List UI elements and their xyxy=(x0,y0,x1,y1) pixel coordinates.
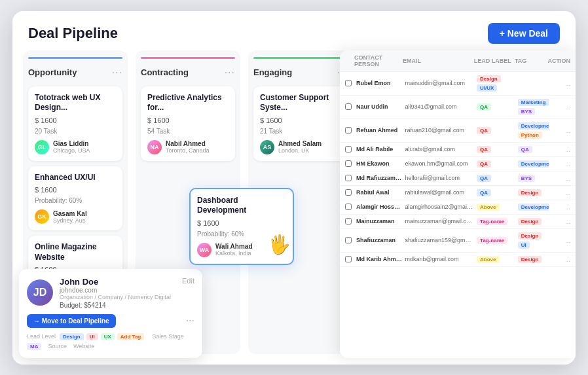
deal-card-amount: $ 1600 xyxy=(147,116,229,124)
row-action-menu[interactable]: ... xyxy=(551,80,570,87)
deal-card-probability: Probability: 60% xyxy=(35,197,116,204)
source-label: Source xyxy=(48,343,67,349)
contact-labels: QA xyxy=(477,160,515,168)
label-badge: QA xyxy=(477,127,491,134)
row-checkbox[interactable] xyxy=(345,256,352,262)
table-row[interactable]: Alamgir Hossain alamgirhoosain2@gmail.co… xyxy=(340,200,576,215)
row-action-menu[interactable]: ... xyxy=(551,103,570,111)
row-action-menu[interactable]: ... xyxy=(551,256,570,263)
deal-card-name: Customer Support Syste... xyxy=(260,93,341,113)
row-action-menu[interactable]: ... xyxy=(551,160,570,168)
deal-card[interactable]: Customer Support Syste... $ 1600 21 Task… xyxy=(253,86,348,161)
contact-labels: QA xyxy=(477,146,515,153)
contact-name: Md Ali Rabile xyxy=(356,146,402,152)
deal-card[interactable]: Enhanced UX/UI $ 1600 Probability: 60% G… xyxy=(28,166,122,231)
row-action-menu[interactable]: ... xyxy=(551,127,570,134)
label-badge: QA xyxy=(477,189,491,196)
row-checkbox[interactable] xyxy=(345,80,352,86)
contact-email: mainuddin@gmail.com xyxy=(405,80,474,86)
contact-name: Mainuzzaman xyxy=(356,218,402,224)
row-checkbox[interactable] xyxy=(345,204,352,210)
contact-details: John Doe johndoe.com Organization / Comp… xyxy=(60,277,171,309)
row-checkbox[interactable] xyxy=(345,127,352,134)
contact-email: mdkarib@gmail.com xyxy=(405,256,474,262)
label-badge: QA xyxy=(477,103,491,111)
table-row[interactable]: Rubel Emon mainuddin@gmail.com DesignUI/… xyxy=(340,72,576,96)
row-checkbox[interactable] xyxy=(345,189,352,196)
deal-card-person-info: Gias Liddin Chicago, USA xyxy=(53,140,90,154)
contact-info: JD John Doe johndoe.com Organization / C… xyxy=(27,277,171,309)
deal-card-person-name: Ahmed Salam xyxy=(278,140,322,147)
floating-card-prob: Probability: 60% xyxy=(197,230,286,238)
deal-card-name: Online Magazine Website xyxy=(35,242,116,262)
deal-card[interactable]: Tototrack web UX Design... $ 1600 20 Tas… xyxy=(28,86,122,161)
table-row[interactable]: Md Karib Ahmed mdkarib@gmail.com Above D… xyxy=(340,253,576,267)
table-row[interactable]: Naur Uddin ali9341@gmail.com QA Marketin… xyxy=(340,96,576,119)
row-action-menu[interactable]: ... xyxy=(551,218,570,225)
contact-labels: QA xyxy=(477,127,515,134)
contact-name: Md Karib Ahmed xyxy=(356,256,402,262)
contact-bottom-row: → Move to Deal Pipeline ··· xyxy=(27,314,194,328)
table-row[interactable]: Md Rafiuzzaman hellorafii@gmail.com QA B… xyxy=(340,171,576,186)
contact-table-panel: CONTACT PERSON EMAIL LEAD LABEL TAG ACTI… xyxy=(340,50,576,358)
deal-card-amount: $ 1600 xyxy=(35,116,116,124)
row-action-menu[interactable]: ... xyxy=(551,146,570,153)
table-row[interactable]: Mainuzzaman mainuzzaman@gmail.com Tag-na… xyxy=(340,215,576,229)
row-checkbox[interactable] xyxy=(345,103,352,110)
tag-badge: Design xyxy=(518,189,542,196)
row-checkbox[interactable] xyxy=(345,175,352,181)
table-row[interactable]: Rabiul Awal rabiulawal@gmail.com QA Desi… xyxy=(340,186,576,200)
contact-labels: Above xyxy=(477,204,515,211)
contact-tag: Design xyxy=(60,333,84,340)
deal-card-person-info: Ahmed Salam London, UK xyxy=(278,140,322,154)
deal-card-tasks: 20 Task xyxy=(35,128,116,135)
contact-card-top: JD John Doe johndoe.com Organization / C… xyxy=(27,277,194,309)
deal-card-avatar: GL xyxy=(35,140,49,154)
deal-card-tasks: 21 Task xyxy=(260,128,341,135)
contact-tag[interactable]: Add Tag xyxy=(117,333,144,340)
sales-stage-label: Sales Stage xyxy=(152,333,184,340)
contact-tags: DesignUI xyxy=(518,232,549,249)
floating-card-person-info: Wali Ahmad Kalkota, India xyxy=(215,243,252,257)
deal-card-amount: $ 1600 xyxy=(260,116,341,124)
floating-deal-card[interactable]: Dashboard Development $ 1600 Probability… xyxy=(189,188,294,265)
table-row[interactable]: HM Ekawon ekawon.hm@gmail.com QA Develop… xyxy=(340,157,576,171)
th-email: EMAIL xyxy=(403,58,471,64)
row-action-menu[interactable]: ... xyxy=(551,189,570,196)
new-deal-button[interactable]: + New Deal xyxy=(488,23,560,44)
table-row[interactable]: Md Ali Rabile ali.rabi@gmail.com QA QA .… xyxy=(340,143,576,157)
deal-card-avatar: AS xyxy=(260,140,274,154)
contact-card-edit-label[interactable]: Edit xyxy=(182,277,194,285)
table-row[interactable]: Shafiuzzaman shafiuzzaman159@gmail.com T… xyxy=(340,229,576,253)
col-top-bar xyxy=(141,57,235,59)
contact-labels: Tag-name xyxy=(477,218,515,225)
row-action-menu[interactable]: ... xyxy=(551,175,570,182)
th-action: ACTION xyxy=(548,58,571,64)
deal-card-amount: $ 1600 xyxy=(35,186,116,194)
row-checkbox[interactable] xyxy=(345,160,352,167)
row-action-menu[interactable]: ... xyxy=(551,204,570,211)
contact-email: ali.rabi@gmail.com xyxy=(405,146,474,152)
contact-tags: Design xyxy=(518,218,549,225)
contact-card-menu[interactable]: ··· xyxy=(186,315,194,327)
contact-name: Naur Uddin xyxy=(356,103,402,110)
contact-card: JD John Doe johndoe.com Organization / C… xyxy=(19,269,202,358)
th-label: LEAD LABEL xyxy=(474,58,512,64)
row-checkbox[interactable] xyxy=(345,146,352,152)
deal-card[interactable]: Predictive Analytics for... $ 1600 54 Ta… xyxy=(141,86,235,161)
tag-badge: BYS xyxy=(518,175,535,182)
col-menu-button[interactable]: ··· xyxy=(225,67,235,79)
col-menu-button[interactable]: ··· xyxy=(112,67,122,79)
row-action-menu[interactable]: ... xyxy=(551,237,570,244)
deal-card-avatar: NA xyxy=(147,140,162,154)
col-header: Opportunity ··· xyxy=(28,67,122,79)
contact-name: Refuan Ahmed xyxy=(356,127,402,134)
move-to-pipeline-button[interactable]: → Move to Deal Pipeline xyxy=(27,314,116,328)
table-row[interactable]: Refuan Ahmed rafuan210@gmail.com QA Deve… xyxy=(340,119,576,143)
contact-labels: DesignUI/UX xyxy=(477,75,515,92)
contact-tags: Development xyxy=(518,204,549,211)
main-window: Deal Pipeline + New Deal Opportunity ···… xyxy=(12,11,576,365)
contact-tag: UX xyxy=(101,333,115,340)
row-checkbox[interactable] xyxy=(345,218,352,224)
row-checkbox[interactable] xyxy=(345,237,352,243)
